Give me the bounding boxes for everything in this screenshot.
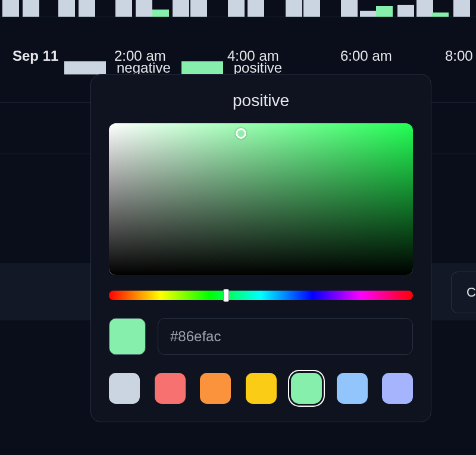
chart-bar [173, 0, 189, 17]
chart-bar [360, 11, 377, 17]
chart-bar [341, 0, 358, 17]
chart-bar [136, 0, 152, 17]
preset-swatch[interactable] [337, 373, 368, 404]
color-picker-popover: positive [90, 74, 431, 422]
legend-swatch-negative[interactable] [64, 61, 106, 74]
chart-bar [453, 0, 470, 17]
preset-swatch[interactable] [291, 373, 322, 404]
preset-swatch[interactable] [382, 373, 413, 404]
chart-bar [432, 13, 449, 17]
chart-bar [23, 0, 39, 17]
legend-swatch-positive[interactable] [181, 61, 223, 74]
chart-bar [416, 0, 433, 17]
preset-swatch[interactable] [246, 373, 277, 404]
preset-swatch[interactable] [200, 373, 231, 404]
chart-bar [376, 6, 393, 17]
chart-bars [0, 0, 476, 30]
x-axis-tick: 6:00 am [340, 48, 392, 64]
chart-bar [303, 0, 320, 17]
hex-input[interactable] [158, 318, 413, 355]
chart-bar [79, 0, 95, 17]
saturation-value-field[interactable] [109, 123, 413, 275]
chart-bar [115, 0, 132, 17]
x-axis-tick: 8:00 [445, 48, 473, 64]
sv-cursor[interactable] [236, 128, 246, 139]
chart-bar [152, 10, 169, 17]
chart-bar [248, 0, 264, 17]
chart-bar [228, 0, 245, 17]
preset-swatch-row [109, 373, 413, 404]
color-picker-title: positive [109, 91, 413, 110]
chart-bar [190, 0, 207, 17]
hue-slider[interactable] [109, 291, 413, 300]
hue-slider-thumb[interactable] [223, 289, 229, 302]
chart-baseline [0, 17, 476, 17]
preset-swatch[interactable] [155, 373, 186, 404]
current-color-swatch [109, 318, 146, 355]
chart-bar [58, 0, 75, 17]
chart-bar [286, 0, 302, 17]
side-panel-fragment[interactable]: C [451, 272, 476, 313]
preset-swatch[interactable] [109, 373, 140, 404]
side-panel-letter: C [466, 285, 476, 300]
chart-bar [397, 5, 414, 17]
chart-bar [2, 0, 19, 17]
